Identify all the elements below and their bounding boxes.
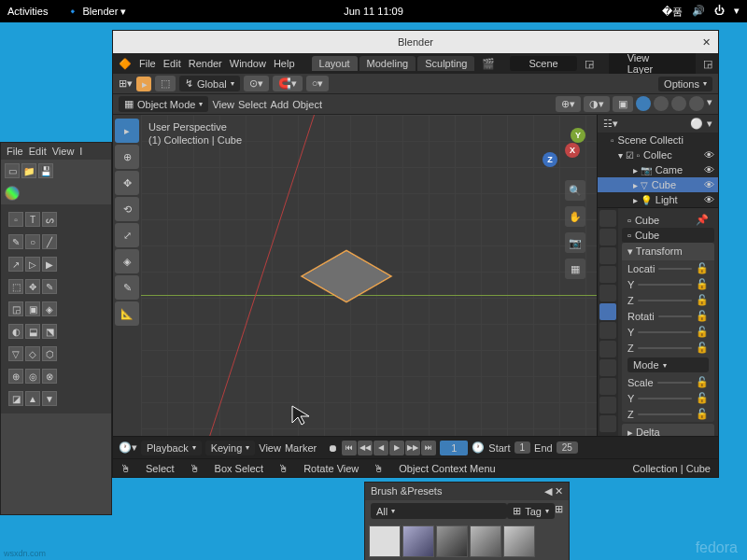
- xray-icon[interactable]: ▣: [613, 96, 633, 112]
- network-icon[interactable]: �품: [662, 5, 683, 19]
- tool-arrow-icon[interactable]: ▷: [25, 257, 40, 272]
- select-tool-icon[interactable]: ▸: [136, 77, 151, 91]
- timeline-view[interactable]: View: [259, 442, 281, 454]
- rot-z-field[interactable]: [638, 347, 692, 349]
- brush-preset-5[interactable]: [503, 525, 535, 557]
- tool-g-icon[interactable]: ▽: [8, 346, 23, 361]
- mode-dropdown[interactable]: ▦ Object Mode: [119, 96, 208, 112]
- jump-start-icon[interactable]: ⏮: [342, 441, 357, 455]
- ptab-view-icon[interactable]: [599, 247, 616, 264]
- tool-lasso-icon[interactable]: ᔕ: [42, 212, 57, 227]
- lock-icon[interactable]: 🔓: [696, 376, 709, 388]
- lock-icon[interactable]: 🔓: [696, 262, 709, 274]
- ptab-render-icon[interactable]: [599, 210, 616, 227]
- scene-selector[interactable]: Scene: [510, 56, 576, 71]
- gizmo-y-icon[interactable]: Y: [571, 128, 585, 143]
- gizmo-toggle-icon[interactable]: ⊕▾: [556, 96, 581, 112]
- select-box-tool-icon[interactable]: ▸: [115, 119, 139, 143]
- rot-x-field[interactable]: [658, 315, 692, 317]
- tool-f-icon[interactable]: ⬔: [42, 324, 57, 339]
- gimp-menu-edit[interactable]: Edit: [29, 146, 47, 157]
- shading-chevron-icon[interactable]: ▾: [707, 96, 712, 112]
- ptab-constraint-icon[interactable]: [599, 378, 616, 395]
- cursor-tool-icon[interactable]: ⊕: [115, 145, 139, 169]
- browse-scene-icon[interactable]: ◲: [585, 58, 594, 70]
- viewlayer-selector[interactable]: View Layer: [609, 50, 696, 77]
- brush-presets-panel[interactable]: Brush &Presets ◀ ✕ All ⊞ Tag ⊞: [364, 482, 570, 560]
- tool-c-icon[interactable]: ◈: [42, 301, 57, 316]
- brush-tag-dropdown[interactable]: ⊞ Tag: [507, 503, 555, 519]
- filter-icon[interactable]: ⚪: [690, 118, 703, 130]
- app-menu[interactable]: 🔹 Blender ▾: [66, 6, 126, 18]
- outliner-scene[interactable]: ▫ Scene Collecti: [598, 133, 718, 147]
- gimp-menu-view[interactable]: View: [52, 146, 75, 157]
- ptab-particle-icon[interactable]: [599, 341, 616, 357]
- gimp-save-icon[interactable]: 💾: [38, 163, 53, 178]
- keying-dropdown[interactable]: Keying: [205, 441, 256, 455]
- tool-text-icon[interactable]: T: [25, 212, 40, 227]
- overlay-toggle-icon[interactable]: ◑▾: [584, 96, 610, 112]
- brush-preset-1[interactable]: [369, 525, 401, 557]
- scene-icon[interactable]: 🎬: [482, 58, 495, 70]
- lock-icon[interactable]: 🔓: [696, 408, 709, 420]
- rotation-mode-dropdown[interactable]: Mode: [627, 357, 709, 372]
- browse-layer-icon[interactable]: ◲: [703, 58, 712, 70]
- search-icon[interactable]: ▾: [707, 118, 712, 130]
- menu-file[interactable]: File: [139, 58, 156, 69]
- menu-edit[interactable]: Edit: [163, 58, 181, 69]
- tool-play-icon[interactable]: ▶: [42, 257, 57, 272]
- tool-o-icon[interactable]: ▼: [42, 391, 57, 406]
- shading-solid-icon[interactable]: [636, 96, 651, 111]
- tool-a-icon[interactable]: ◲: [8, 301, 23, 316]
- hdr-view[interactable]: View: [212, 99, 234, 110]
- lock-icon[interactable]: 🔓: [696, 326, 709, 338]
- tool-e-icon[interactable]: ⬓: [25, 324, 40, 339]
- outliner-collection[interactable]: ▾ ☑ ▫ Collec 👁: [598, 147, 718, 162]
- rotate-tool-icon[interactable]: ⟲: [115, 197, 139, 221]
- current-frame-field[interactable]: 1: [440, 441, 468, 455]
- autokey-icon[interactable]: ⏺: [328, 442, 338, 454]
- jump-end-icon[interactable]: ⏭: [421, 441, 436, 455]
- loc-y-field[interactable]: [638, 284, 692, 286]
- loc-x-field[interactable]: [658, 268, 692, 270]
- tab-sculpting[interactable]: Sculpting: [417, 56, 474, 71]
- tool-j-icon[interactable]: ⊕: [8, 369, 23, 384]
- loc-z-field[interactable]: [638, 300, 692, 301]
- brush-filter-dropdown[interactable]: All: [371, 503, 507, 519]
- brush-preset-3[interactable]: [436, 525, 468, 557]
- volume-icon[interactable]: 🔊: [692, 5, 705, 19]
- gizmo-z-icon[interactable]: Z: [543, 152, 557, 167]
- lock-icon[interactable]: 🔓: [696, 294, 709, 306]
- lock-icon[interactable]: 🔓: [696, 310, 709, 322]
- lock-icon[interactable]: 🔓: [696, 342, 709, 354]
- ptab-data-icon[interactable]: [599, 397, 616, 413]
- editor-type-icon[interactable]: ⊞▾: [119, 77, 133, 90]
- tool-crop-icon[interactable]: ⬚: [8, 279, 23, 294]
- viewport-3d[interactable]: User Perspective (1) Collection | Cube X…: [141, 115, 597, 436]
- lock-icon[interactable]: 🔓: [696, 392, 709, 404]
- scale-y-field[interactable]: [638, 398, 692, 399]
- shading-wire-icon[interactable]: [654, 96, 669, 111]
- timeline-marker[interactable]: Marker: [285, 442, 317, 454]
- clock[interactable]: Jun 11 11:09: [344, 6, 403, 17]
- tool-d-icon[interactable]: ◐: [8, 324, 23, 339]
- play-rev-icon[interactable]: ◀: [374, 441, 388, 455]
- tool-h-icon[interactable]: ◇: [25, 346, 40, 361]
- delta-panel-header[interactable]: ▸ Delta Transform: [622, 424, 714, 436]
- playback-dropdown[interactable]: Playback: [141, 441, 202, 455]
- gimp-new-icon[interactable]: ▭: [5, 163, 20, 178]
- orientation-dropdown[interactable]: ↯Global: [179, 76, 240, 91]
- gizmo-x-icon[interactable]: X: [565, 143, 580, 158]
- snap-icon[interactable]: 🧲▾: [273, 76, 303, 91]
- menu-window[interactable]: Window: [230, 58, 266, 69]
- scale-x-field[interactable]: [657, 382, 692, 384]
- tool-n-icon[interactable]: ▲: [25, 391, 40, 406]
- pin-icon[interactable]: 📌: [696, 214, 709, 226]
- menu-render[interactable]: Render: [189, 58, 222, 69]
- menu-chevron-icon[interactable]: ▾: [734, 5, 740, 19]
- timeline-type-icon[interactable]: 🕐▾: [119, 441, 137, 454]
- power-icon[interactable]: ⏻: [714, 5, 725, 19]
- tool-i-icon[interactable]: ⬡: [42, 346, 57, 361]
- ptab-object-icon[interactable]: [599, 303, 616, 320]
- brush-preset-4[interactable]: [470, 525, 501, 557]
